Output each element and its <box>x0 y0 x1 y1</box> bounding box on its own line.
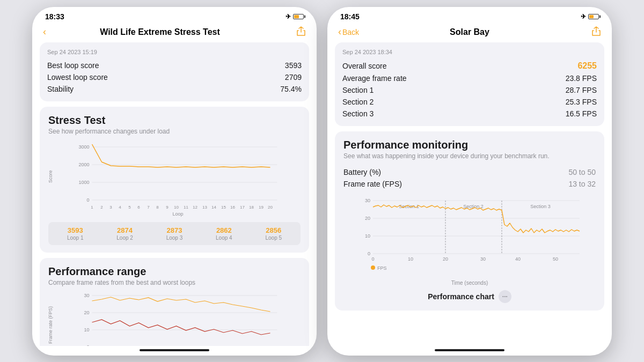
perf-fps-row: Frame rate (FPS) 13 to 32 <box>343 178 596 190</box>
airplane-icon-1: ✈ <box>286 13 291 20</box>
svg-text:20: 20 <box>268 205 273 210</box>
svg-text:12: 12 <box>193 205 197 210</box>
score-row-s2: Section 2 25.3 FPS <box>342 96 597 108</box>
s2-value: 25.3 FPS <box>566 98 597 106</box>
svg-text:15: 15 <box>221 205 226 210</box>
s2-label: Section 2 <box>342 98 374 106</box>
svg-text:30: 30 <box>84 293 89 298</box>
svg-text:50: 50 <box>553 256 558 262</box>
score-label-lowest: Lowest loop score <box>47 73 108 82</box>
overall-label: Overall score <box>342 62 386 70</box>
share-button-2[interactable] <box>569 26 601 38</box>
share-button-1[interactable] <box>274 26 306 38</box>
phone-1: 18:33 ✈ ‹ Wild Life Extreme Stress Test <box>32 7 317 356</box>
svg-text:16: 16 <box>230 205 235 210</box>
svg-text:9: 9 <box>166 205 169 210</box>
loop-score-1: 3593 <box>67 226 84 234</box>
svg-text:14: 14 <box>211 205 216 210</box>
svg-text:2000: 2000 <box>78 162 89 167</box>
loop-label-1: Loop 1 <box>67 235 84 241</box>
score-row-lowest: Lowest loop score 2709 <box>47 71 302 83</box>
score-row-s3: Section 3 16.5 FPS <box>342 108 597 120</box>
perf-mon-title: Performance monitoring <box>343 139 596 151</box>
performance-range-card: Performance range Compare frame rates fr… <box>40 258 309 346</box>
loop-score-2: 2874 <box>116 226 133 234</box>
phone2-content: Sep 24 2023 18:34 Overall score 6255 Ave… <box>327 42 612 346</box>
svg-text:30: 30 <box>365 198 370 203</box>
svg-text:10: 10 <box>365 233 370 239</box>
svg-text:3: 3 <box>109 205 112 210</box>
s3-value: 16.5 FPS <box>566 109 597 118</box>
back-button-2[interactable]: ‹ Back <box>338 26 370 38</box>
performance-monitoring-card: Performance monitoring See what was happ… <box>335 131 604 311</box>
status-icons-2: ✈ <box>581 13 599 20</box>
svg-text:20: 20 <box>84 310 89 315</box>
svg-text:0: 0 <box>371 256 374 262</box>
loop-item-1: 3593 Loop 1 <box>67 226 84 241</box>
fps-value: 13 to 32 <box>568 180 596 188</box>
result-card-1: Sep 24 2023 15:19 Best loop score 3593 L… <box>40 42 309 101</box>
svg-text:11: 11 <box>184 205 188 210</box>
y-axis-label-perf: Frame rate (FPS) <box>48 293 53 346</box>
svg-text:30: 30 <box>480 256 486 262</box>
fps-label: Frame rate (FPS) <box>343 180 402 188</box>
battery-label: Battery (%) <box>343 168 381 176</box>
nav-title-2: Solar Bay <box>370 27 569 37</box>
loop-item-3: 2873 Loop 3 <box>166 226 183 241</box>
score-value-lowest: 2709 <box>285 73 302 82</box>
svg-text:0: 0 <box>368 251 370 256</box>
score-value-best: 3593 <box>285 61 302 70</box>
battery-2 <box>588 14 599 19</box>
section3-label: Section 3 <box>530 204 551 209</box>
loop-score-4: 2862 <box>216 226 232 234</box>
nav-bar-1: ‹ Wild Life Extreme Stress Test <box>32 23 317 42</box>
perf-chart-footer: Performance chart ··· <box>343 290 596 303</box>
result-date-2: Sep 24 2023 18:34 <box>342 49 597 55</box>
loop-label-3: Loop 3 <box>166 235 183 241</box>
battery-value: 50 to 50 <box>568 168 596 176</box>
score-row-best: Best loop score 3593 <box>47 60 302 71</box>
svg-text:7: 7 <box>147 205 150 210</box>
stress-test-subtitle: See how performance changes under load <box>48 128 301 135</box>
score-value-stability: 75.4% <box>280 85 302 93</box>
s1-label: Section 1 <box>342 86 374 94</box>
home-indicator-2 <box>435 349 504 351</box>
nav-title-1: Wild Life Extreme Stress Test <box>46 27 274 37</box>
stress-test-card: Stress Test See how performance changes … <box>40 107 309 253</box>
loop-item-2: 2874 Loop 2 <box>116 226 133 241</box>
score-label-best: Best loop score <box>47 61 99 70</box>
loop-item-4: 2862 Loop 4 <box>216 226 232 241</box>
svg-text:18: 18 <box>249 205 254 210</box>
svg-text:20: 20 <box>443 256 448 262</box>
perf-range-chart-svg: 30 20 10 0 <box>55 293 301 346</box>
stress-chart-svg: 3000 2000 1000 0 1 2 3 4 5 6 <box>55 142 301 211</box>
score-label-stability: Stability <box>47 85 74 93</box>
status-bar-2: 18:45 ✈ <box>327 7 612 23</box>
avg-fps-label: Average frame rate <box>342 74 407 83</box>
phone-2: 18:45 ✈ ‹ Back Solar Bay <box>327 7 612 356</box>
svg-text:1000: 1000 <box>78 180 89 185</box>
perf-chart-label: Performance chart <box>428 292 494 301</box>
svg-text:5: 5 <box>128 205 131 210</box>
svg-text:10: 10 <box>408 256 413 262</box>
loop-label-2: Loop 2 <box>116 235 133 241</box>
s1-value: 28.7 FPS <box>566 86 597 94</box>
result-date-1: Sep 24 2023 15:19 <box>47 49 302 55</box>
perf-battery-row: Battery (%) 50 to 50 <box>343 166 596 178</box>
airplane-icon-2: ✈ <box>581 13 586 20</box>
overall-value: 6255 <box>577 61 597 71</box>
perf-mon-subtitle: See what was happening inside your devic… <box>343 152 596 160</box>
svg-text:3000: 3000 <box>78 144 89 150</box>
avg-fps-value: 23.8 FPS <box>566 74 597 83</box>
back-label-2: Back <box>342 28 359 36</box>
perf-chart-options-button[interactable]: ··· <box>499 290 511 303</box>
score-row-avg-fps: Average frame rate 23.8 FPS <box>342 72 597 84</box>
svg-text:8: 8 <box>156 205 159 210</box>
perf-range-title: Performance range <box>48 265 301 278</box>
svg-text:13: 13 <box>202 205 207 210</box>
nav-bar-2: ‹ Back Solar Bay <box>327 23 612 42</box>
score-row-stability: Stability 75.4% <box>47 83 302 95</box>
status-time-1: 18:33 <box>45 12 64 21</box>
loop-item-5: 2856 Loop 5 <box>265 226 282 241</box>
svg-text:4: 4 <box>119 205 121 210</box>
